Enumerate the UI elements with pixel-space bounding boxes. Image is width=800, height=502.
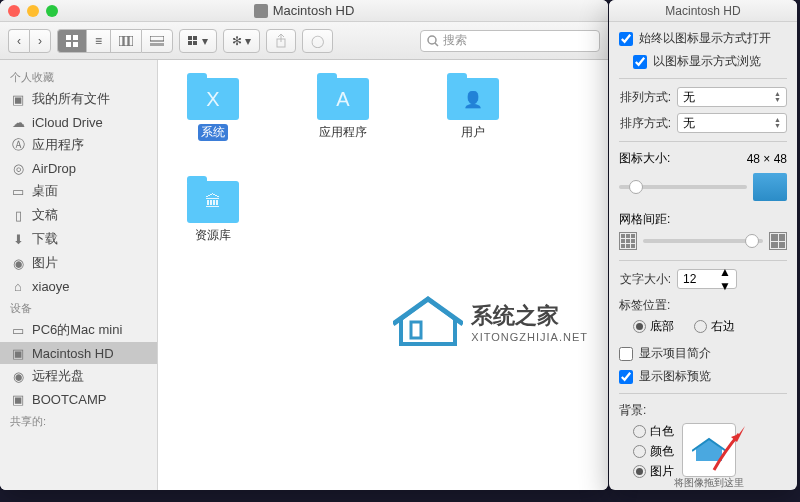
stepper-icon: ▲▼ (774, 91, 781, 103)
photo-icon: ◉ (10, 255, 26, 271)
column-view-button[interactable] (110, 29, 141, 53)
doc-icon: ▯ (10, 207, 26, 223)
icon-view-button[interactable] (57, 29, 86, 53)
back-button[interactable]: ‹ (8, 29, 29, 53)
watermark-logo-icon (393, 294, 463, 350)
watermark: 系统之家 XITONGZHIJIA.NET (393, 294, 588, 350)
view-options-panel: Macintosh HD 始终以图标显示方式打开 以图标显示方式浏览 排列方式:… (609, 0, 797, 490)
browse-icon-checkbox[interactable]: 以图标显示方式浏览 (633, 53, 787, 70)
arrange-select[interactable]: 无 ▲▼ (677, 87, 787, 107)
sidebar-item-bootcamp[interactable]: ▣BOOTCAMP (0, 388, 157, 410)
show-preview-checkbox[interactable]: 显示图标预览 (619, 368, 787, 385)
finder-body: 个人收藏 ▣我的所有文件 ☁iCloud Drive Ⓐ应用程序 ◎AirDro… (0, 60, 608, 490)
apps-icon: Ⓐ (10, 137, 26, 153)
grid-small-icon (619, 232, 637, 250)
svg-rect-11 (193, 36, 197, 40)
grid-spacing-slider[interactable] (643, 239, 763, 243)
bg-color-radio[interactable]: 颜色 (633, 443, 674, 460)
view-group: ≡ (57, 29, 173, 53)
svg-rect-4 (119, 36, 123, 46)
sidebar-item-home[interactable]: ⌂xiaoye (0, 275, 157, 297)
arrange-button[interactable]: ▾ (179, 29, 217, 53)
traffic-lights (8, 5, 58, 17)
checkbox[interactable] (619, 370, 633, 384)
label-right-radio[interactable]: 右边 (694, 318, 735, 335)
sidebar-item-remote-disc[interactable]: ◉远程光盘 (0, 364, 157, 388)
close-button[interactable] (8, 5, 20, 17)
bg-image-radio[interactable]: 图片 (633, 463, 674, 480)
search-icon (427, 35, 439, 47)
sidebar-item-icloud[interactable]: ☁iCloud Drive (0, 111, 157, 133)
window-title: Macintosh HD (273, 3, 355, 18)
sidebar-item-all-files[interactable]: ▣我的所有文件 (0, 87, 157, 111)
sort-select[interactable]: 无 ▲▼ (677, 113, 787, 133)
svg-point-16 (428, 36, 436, 44)
coverflow-view-button[interactable] (141, 29, 173, 53)
folder-icon: A (317, 78, 369, 120)
sidebar-item-pictures[interactable]: ◉图片 (0, 251, 157, 275)
sidebar-item-desktop[interactable]: ▭桌面 (0, 179, 157, 203)
sidebar-section-shared: 共享的: (0, 410, 157, 431)
disk-icon (254, 4, 268, 18)
svg-rect-3 (73, 42, 78, 47)
svg-rect-1 (73, 35, 78, 40)
label-bottom-radio[interactable]: 底部 (633, 318, 674, 335)
svg-rect-2 (66, 42, 71, 47)
folder-library[interactable]: 🏛 资源库 (178, 181, 248, 244)
content-pane[interactable]: X 系统 A 应用程序 👤 用户 🏛 资源库 (158, 60, 608, 490)
finder-window: Macintosh HD ‹ › ≡ ▾ ✻ ▾ ◯ (0, 0, 608, 490)
options-title[interactable]: Macintosh HD (609, 0, 797, 22)
minimize-button[interactable] (27, 5, 39, 17)
zoom-button[interactable] (46, 5, 58, 17)
svg-marker-18 (401, 299, 455, 344)
nav-group: ‹ › (8, 29, 51, 53)
svg-rect-5 (124, 36, 128, 46)
computer-icon: ▭ (10, 322, 26, 338)
toolbar: ‹ › ≡ ▾ ✻ ▾ ◯ 搜索 (0, 22, 608, 60)
desktop-icon: ▭ (10, 183, 26, 199)
svg-rect-0 (66, 35, 71, 40)
sidebar-item-downloads[interactable]: ⬇下载 (0, 227, 157, 251)
checkbox[interactable] (619, 347, 633, 361)
folder-system[interactable]: X 系统 (178, 78, 248, 141)
svg-rect-6 (129, 36, 133, 46)
folder-icon: 👤 (447, 78, 499, 120)
folder-users[interactable]: 👤 用户 (438, 78, 508, 141)
home-icon: ⌂ (10, 278, 26, 294)
icon-size-slider[interactable] (619, 185, 747, 189)
stepper-icon: ▲▼ (719, 265, 731, 293)
sidebar-item-documents[interactable]: ▯文稿 (0, 203, 157, 227)
airdrop-icon: ◎ (10, 160, 26, 176)
disk-icon: ▣ (10, 345, 26, 361)
folder-applications[interactable]: A 应用程序 (308, 78, 378, 141)
search-input[interactable]: 搜索 (420, 30, 600, 52)
sidebar-item-apps[interactable]: Ⓐ应用程序 (0, 133, 157, 157)
checkbox[interactable] (633, 55, 647, 69)
folder-icon: ▣ (10, 91, 26, 107)
svg-rect-7 (150, 36, 164, 41)
text-size-select[interactable]: 12 ▲▼ (677, 269, 737, 289)
svg-rect-19 (411, 322, 421, 338)
sidebar-section-devices: 设备 (0, 297, 157, 318)
sidebar-item-macintosh-hd[interactable]: ▣Macintosh HD (0, 342, 157, 364)
grid-large-icon (769, 232, 787, 250)
titlebar[interactable]: Macintosh HD (0, 0, 608, 22)
bg-white-radio[interactable]: 白色 (633, 423, 674, 440)
sidebar: 个人收藏 ▣我的所有文件 ☁iCloud Drive Ⓐ应用程序 ◎AirDro… (0, 60, 158, 490)
share-button[interactable] (266, 29, 296, 53)
svg-rect-12 (188, 41, 192, 45)
show-info-checkbox[interactable]: 显示项目简介 (619, 345, 787, 362)
folder-preview-icon (753, 173, 787, 201)
forward-button[interactable]: › (29, 29, 51, 53)
sidebar-item-computer[interactable]: ▭PC6的Mac mini (0, 318, 157, 342)
download-icon: ⬇ (10, 231, 26, 247)
always-icon-checkbox[interactable]: 始终以图标显示方式打开 (619, 30, 787, 47)
list-view-button[interactable]: ≡ (86, 29, 110, 53)
checkbox[interactable] (619, 32, 633, 46)
sidebar-item-airdrop[interactable]: ◎AirDrop (0, 157, 157, 179)
disc-icon: ◉ (10, 368, 26, 384)
action-button[interactable]: ✻ ▾ (223, 29, 260, 53)
folder-icon: 🏛 (187, 181, 239, 223)
tags-button[interactable]: ◯ (302, 29, 333, 53)
sidebar-section-favorites: 个人收藏 (0, 66, 157, 87)
